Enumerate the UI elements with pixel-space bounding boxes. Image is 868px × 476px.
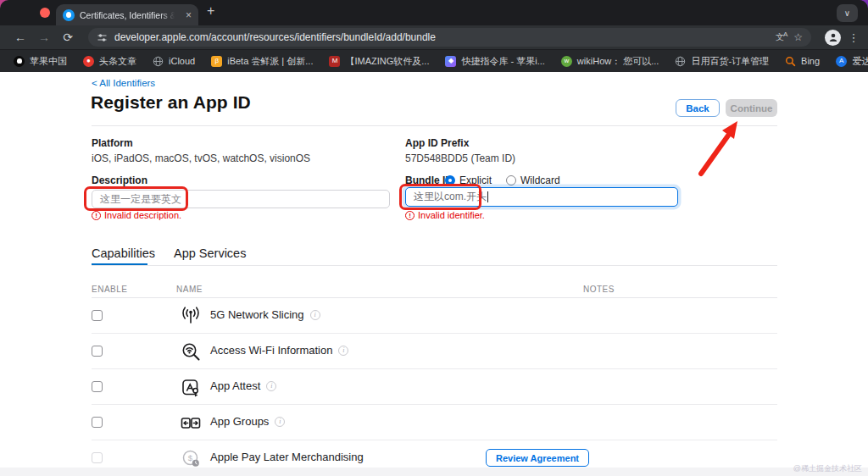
tab-search-button[interactable]: ∨ — [837, 4, 858, 22]
shortcuts-icon: ◆ — [445, 56, 456, 67]
page-title: Register an App ID — [91, 92, 251, 113]
browser-window: Certificates, Identifiers & Pro × + ∨ ← … — [0, 0, 868, 476]
info-icon[interactable]: i — [310, 310, 320, 320]
info-icon[interactable]: i — [275, 417, 285, 427]
bookmark-shortcuts[interactable]: ◆ 快捷指令库 - 苹果i... — [445, 55, 544, 68]
column-header-notes: NOTES — [583, 285, 615, 294]
globe-icon — [153, 56, 164, 67]
new-tab-button[interactable]: + — [207, 3, 214, 19]
page-content: < All Identifiers Register an App ID Bac… — [0, 72, 868, 476]
breadcrumb-all-identifiers-link[interactable]: < All Identifiers — [92, 78, 155, 88]
back-nav-icon[interactable]: ← — [10, 30, 31, 44]
search-icon — [785, 56, 796, 67]
table-row: App Groupsi — [0, 405, 868, 440]
bookmark-ibeta[interactable]: β iBeta 尝鲜派 | 创新... — [211, 55, 313, 68]
access-wifi-information-icon — [180, 340, 202, 363]
description-label: Description — [92, 174, 147, 186]
bundle-id-annotation-box — [399, 184, 481, 210]
browser-toolbar: ← → ⟳ developer.apple.com/account/resour… — [0, 25, 868, 49]
bottom-strip — [0, 468, 868, 476]
bookmark-aida-store[interactable]: A 爱达杂货铺 | 收集那... — [836, 55, 868, 68]
browser-menu-icon[interactable]: ⋮ — [848, 31, 860, 44]
person-icon — [828, 32, 838, 42]
bookmark-star-icon[interactable]: ☆ — [793, 31, 803, 43]
radio-wildcard-label[interactable]: Wildcard — [520, 174, 560, 186]
apple-pay-later-icon: $ — [180, 447, 202, 469]
tab-app-services[interactable]: App Services — [174, 246, 246, 260]
capability-name: App Groups — [210, 415, 269, 428]
profile-avatar[interactable] — [825, 30, 841, 46]
annotation-arrow — [678, 114, 754, 182]
wikihow-icon: w — [561, 56, 572, 67]
capability-name: Access Wi-Fi Information — [210, 344, 332, 357]
platform-value: iOS, iPadOS, macOS, tvOS, watchOS, visio… — [92, 152, 310, 164]
aida-icon: A — [836, 56, 847, 67]
weibo-article-icon: ● — [83, 56, 94, 67]
radio-wildcard[interactable] — [506, 175, 516, 185]
bookmark-bing[interactable]: Bing — [785, 56, 820, 67]
translate-icon[interactable]: 文A — [776, 30, 787, 43]
tab-title: Certificates, Identifiers & Pro — [80, 10, 175, 20]
bookmark-daily-goods[interactable]: 日用百货-订单管理 — [675, 55, 769, 68]
bookmarks-bar: 苹果中国 ● 头条文章 iCloud β iBeta 尝鲜派 | 创新... M… — [0, 49, 868, 72]
capability-name: App Attest — [210, 379, 260, 392]
tab-capabilities[interactable]: Capabilities — [92, 246, 155, 260]
tabs-divider — [92, 265, 777, 266]
column-header-name: NAME — [176, 285, 203, 294]
checkbox-access-wifi-information[interactable] — [92, 346, 103, 357]
checkbox-apple-pay-later — [92, 452, 103, 463]
capability-name: Apple Pay Later Merchandising — [210, 451, 364, 463]
checkbox-app-attest[interactable] — [92, 381, 103, 392]
checkbox-app-groups[interactable] — [92, 417, 103, 428]
app-id-prefix-value: 57D548BDD5 (Team ID) — [405, 152, 515, 164]
apple-logo-icon — [14, 56, 25, 67]
bookmark-wikihow[interactable]: w wikiHow： 您可以... — [561, 55, 659, 68]
checkbox-5g-network-slicing[interactable] — [92, 310, 103, 321]
ibeta-icon: β — [211, 56, 222, 67]
table-row: Access Wi-Fi Informationi — [0, 334, 868, 369]
error-icon: ! — [405, 211, 415, 220]
apple-developer-favicon-icon — [63, 9, 75, 21]
bookmark-toutiao[interactable]: ● 头条文章 — [83, 55, 136, 68]
info-icon[interactable]: i — [266, 381, 276, 391]
table-row: App Attesti — [0, 369, 868, 405]
site-settings-icon[interactable] — [97, 32, 108, 43]
bookmark-apple-china[interactable]: 苹果中国 — [14, 55, 67, 68]
watermark: @稀土掘金技术社区 — [793, 463, 862, 474]
imazing-icon: M — [329, 56, 340, 67]
forward-nav-icon[interactable]: → — [34, 30, 54, 44]
info-icon[interactable]: i — [338, 346, 348, 356]
address-bar[interactable]: developer.apple.com/account/resources/id… — [88, 28, 811, 47]
bundle-id-error: ! Invalid identifier. — [405, 210, 485, 220]
reload-icon[interactable]: ⟳ — [58, 30, 78, 44]
app-groups-icon — [180, 412, 202, 434]
svg-text:$: $ — [187, 453, 192, 462]
globe-icon — [675, 56, 686, 67]
5g-network-slicing-icon — [180, 305, 202, 327]
tab-strip: Certificates, Identifiers & Pro × + ∨ — [0, 0, 868, 25]
review-agreement-button[interactable]: Review Agreement — [486, 449, 589, 467]
url-text: developer.apple.com/account/resources/id… — [114, 31, 769, 43]
close-window-button[interactable] — [40, 8, 50, 18]
column-header-enable: ENABLE — [92, 285, 127, 294]
app-attest-icon — [180, 376, 202, 398]
text-cursor — [487, 191, 488, 202]
bookmark-icloud[interactable]: iCloud — [153, 56, 195, 67]
description-annotation-box — [84, 186, 188, 211]
platform-label: Platform — [92, 137, 133, 149]
bookmark-imazing[interactable]: M 【IMAZING软件及... — [329, 55, 429, 68]
table-row: 5G Network Slicingi — [0, 298, 868, 334]
capability-name: 5G Network Slicing — [210, 308, 304, 321]
browser-tab[interactable]: Certificates, Identifiers & Pro × — [56, 4, 198, 25]
close-tab-icon[interactable]: × — [186, 10, 192, 20]
header-divider — [92, 125, 777, 126]
description-error: ! Invalid description. — [92, 210, 181, 220]
error-icon: ! — [92, 211, 101, 220]
app-id-prefix-label: App ID Prefix — [405, 137, 469, 149]
